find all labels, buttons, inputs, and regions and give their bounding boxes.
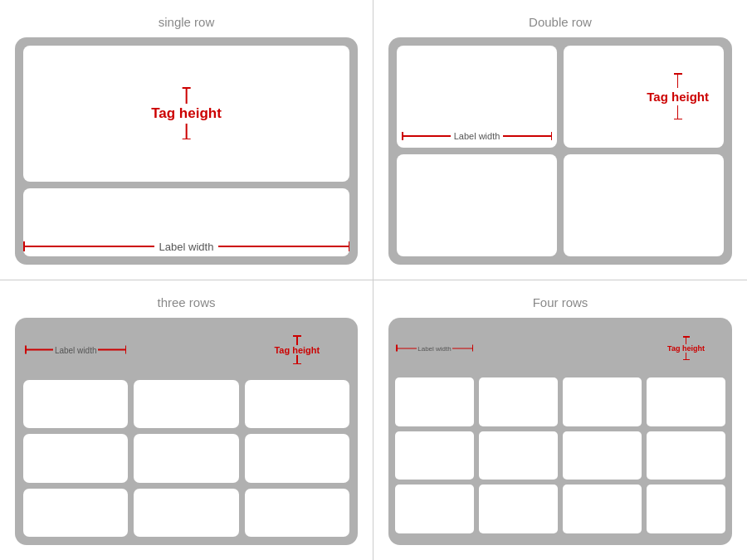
four-rows-label-width: Label width	[417, 344, 452, 352]
four-rows-r3c3	[647, 485, 725, 533]
four-rows-r1c1	[479, 377, 558, 426]
four-rows-r1c2	[563, 377, 642, 426]
three-rows-r3c1	[134, 489, 238, 537]
double-row-card-tr: Tag height	[564, 46, 724, 148]
four-rows-r2c3	[647, 431, 725, 480]
single-row-title: single row	[159, 15, 215, 29]
four-rows-r1c3	[647, 377, 725, 426]
four-rows-quadrant: Four rows Label width Tag height	[374, 280, 747, 561]
four-rows-sheet: Label width Tag height	[388, 318, 732, 546]
single-row-quadrant: single row Tag height Label width	[0, 0, 374, 280]
single-row-sheet: Tag height Label width	[15, 37, 358, 265]
three-rows-sheet: Label width Tag height	[15, 318, 358, 546]
three-rows-annotation-row: Label width	[23, 326, 128, 374]
double-row-tag-height-label: Tag height	[647, 88, 709, 105]
four-rows-r2c1	[479, 431, 558, 480]
three-rows-r3c0	[23, 489, 128, 537]
four-rows-r1c0	[395, 377, 474, 426]
double-row-label-width: Label width	[451, 131, 504, 141]
three-rows-r2c2	[245, 434, 349, 482]
four-rows-header-mid2	[563, 324, 642, 373]
four-rows-tag-height-label: Tag height	[667, 344, 705, 353]
three-rows-quadrant: three rows Label width Tag height	[0, 280, 374, 561]
three-rows-tag-height-label: Tag height	[274, 345, 320, 355]
three-rows-r1c1	[134, 380, 238, 428]
three-rows-r1c2	[245, 380, 349, 428]
three-rows-header-mid	[134, 326, 238, 374]
three-rows-r2c1	[134, 434, 238, 482]
four-rows-title: Four rows	[533, 295, 588, 309]
three-rows-r2c0	[23, 434, 128, 482]
four-rows-header-mid1	[479, 324, 558, 373]
four-rows-r3c0	[395, 485, 474, 533]
three-rows-r1c0	[23, 380, 128, 428]
three-rows-label-width: Label width	[53, 345, 99, 354]
single-row-tag-height-label: Tag height	[151, 104, 222, 124]
single-row-bottom-label	[23, 188, 349, 256]
double-row-sheet: Label width Tag height	[388, 37, 732, 265]
double-row-card-br	[564, 154, 724, 256]
four-rows-r2c0	[395, 431, 474, 480]
double-row-quadrant: Double row Label width Tag height	[374, 0, 747, 280]
four-rows-r2c2	[563, 431, 642, 480]
three-rows-tag-height-cell: Tag height	[245, 326, 349, 374]
three-rows-title: three rows	[157, 295, 215, 309]
four-rows-r3c1	[479, 485, 558, 533]
single-row-top-label: Tag height	[23, 46, 349, 182]
four-rows-label-width-cell: Label width	[395, 324, 474, 373]
double-row-title: Double row	[529, 15, 592, 29]
three-rows-r3c2	[245, 489, 349, 537]
four-rows-tag-height-cell: Tag height	[647, 324, 725, 373]
double-row-card-bl	[397, 154, 557, 256]
double-row-card-tl: Label width	[397, 46, 557, 148]
four-rows-r3c2	[563, 485, 642, 533]
